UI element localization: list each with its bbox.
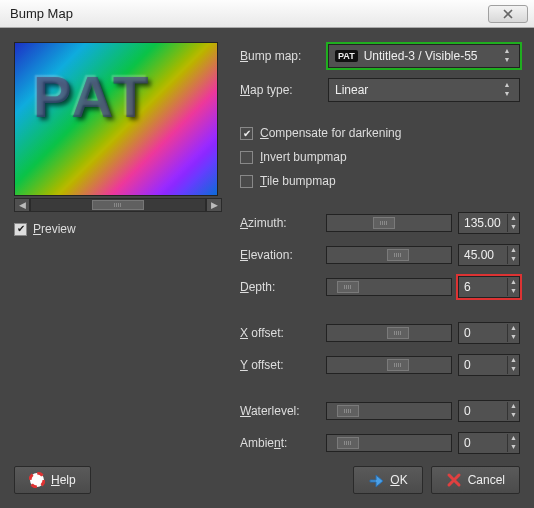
- waterlevel-label: Waterlevel:: [240, 404, 318, 418]
- tile-checkbox[interactable]: Tile bumpmap: [240, 174, 520, 188]
- depth-input[interactable]: 6▲▼: [458, 276, 520, 298]
- scroll-left-icon[interactable]: ◀: [14, 198, 30, 212]
- ok-label: K: [400, 473, 408, 487]
- azimuth-input[interactable]: 135.00▲▼: [458, 212, 520, 234]
- close-button[interactable]: [488, 5, 528, 23]
- window-title: Bump Map: [10, 6, 488, 21]
- help-button[interactable]: Help: [14, 466, 91, 494]
- cancel-icon: [446, 472, 462, 488]
- ambient-input[interactable]: 0▲▼: [458, 432, 520, 454]
- svg-point-2: [35, 478, 40, 483]
- checkbox-icon: [240, 151, 253, 164]
- azimuth-label: Azimuth:: [240, 216, 318, 230]
- waterlevel-slider[interactable]: [326, 402, 452, 420]
- ok-icon: [368, 472, 384, 488]
- preview-image: PAT: [14, 42, 218, 196]
- titlebar: Bump Map: [0, 0, 534, 28]
- checkbox-icon: [240, 127, 253, 140]
- ambient-label: Ambient:: [240, 436, 318, 450]
- waterlevel-input[interactable]: 0▲▼: [458, 400, 520, 422]
- bumpmap-badge: PAT: [335, 50, 358, 62]
- bumpmap-label: Bump map:: [240, 49, 320, 63]
- bumpmap-dropdown[interactable]: PAT Untitled-3 / Visible-55 ▲▼: [328, 44, 520, 68]
- xoffset-slider[interactable]: [326, 324, 452, 342]
- bumpmap-value: Untitled-3 / Visible-55: [364, 49, 501, 63]
- invert-checkbox[interactable]: Invert bumpmap: [240, 150, 520, 164]
- chevron-updown-icon: ▲▼: [501, 47, 513, 65]
- yoffset-slider[interactable]: [326, 356, 452, 374]
- maptype-dropdown[interactable]: Linear ▲▼: [328, 78, 520, 102]
- elevation-input[interactable]: 45.00▲▼: [458, 244, 520, 266]
- preview-text: PAT: [33, 63, 152, 130]
- preview-checkbox[interactable]: Preview: [14, 222, 222, 236]
- ok-button[interactable]: OK: [353, 466, 422, 494]
- azimuth-slider[interactable]: [326, 214, 452, 232]
- elevation-label: Elevation:: [240, 248, 318, 262]
- depth-slider[interactable]: [326, 278, 452, 296]
- ambient-slider[interactable]: [326, 434, 452, 452]
- help-label: elp: [60, 473, 76, 487]
- maptype-value: Linear: [335, 83, 501, 97]
- depth-label: Depth:: [240, 280, 318, 294]
- checkbox-icon: [240, 175, 253, 188]
- xoffset-input[interactable]: 0▲▼: [458, 322, 520, 344]
- cancel-label: Cancel: [468, 473, 505, 487]
- yoffset-input[interactable]: 0▲▼: [458, 354, 520, 376]
- scroll-thumb[interactable]: [92, 200, 144, 210]
- help-icon: [29, 472, 45, 488]
- cancel-button[interactable]: Cancel: [431, 466, 520, 494]
- chevron-updown-icon: ▲▼: [501, 81, 513, 99]
- xoffset-label: X offset:: [240, 326, 318, 340]
- maptype-label: Map type:: [240, 83, 320, 97]
- checkbox-icon: [14, 223, 27, 236]
- yoffset-label: Y offset:: [240, 358, 318, 372]
- scroll-right-icon[interactable]: ▶: [206, 198, 222, 212]
- compensate-checkbox[interactable]: Compensate for darkening: [240, 126, 520, 140]
- elevation-slider[interactable]: [326, 246, 452, 264]
- preview-scrollbar[interactable]: ◀ ▶: [14, 198, 222, 212]
